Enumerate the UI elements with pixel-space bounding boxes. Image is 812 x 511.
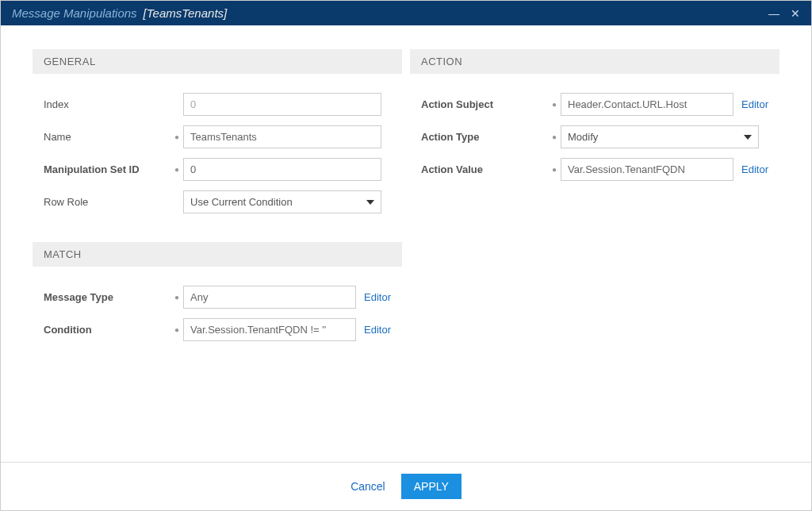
label-action-value: Action Value xyxy=(421,163,548,175)
row-condition: Condition ● Editor xyxy=(33,313,402,346)
bullet-icon: ● xyxy=(548,165,561,174)
editor-link-message-type[interactable]: Editor xyxy=(364,291,391,303)
bullet-icon: ● xyxy=(170,133,183,141)
select-row-role[interactable]: Use Current Condition xyxy=(183,190,381,213)
editor-link-action-value[interactable]: Editor xyxy=(741,163,768,175)
titlebar-actions: — ✕ xyxy=(768,7,800,20)
input-index[interactable] xyxy=(183,93,381,116)
row-action-type: Action Type ● Modify xyxy=(410,121,779,153)
left-column: GENERAL Index Name ● Manipulation Set ID… xyxy=(33,49,402,454)
close-icon[interactable]: ✕ xyxy=(791,7,800,20)
row-action-value: Action Value ● Editor xyxy=(410,153,779,186)
dialog-title: Message Manipulations xyxy=(12,6,137,20)
label-action-subject: Action Subject xyxy=(421,98,548,110)
bullet-icon: ● xyxy=(170,293,183,302)
dialog-content: GENERAL Index Name ● Manipulation Set ID… xyxy=(1,25,811,462)
apply-button[interactable]: APPLY xyxy=(401,474,462,499)
row-message-type: Message Type ● Editor xyxy=(33,281,402,313)
label-message-type: Message Type xyxy=(44,291,170,303)
label-action-type: Action Type xyxy=(421,131,548,143)
bullet-icon: ● xyxy=(548,100,561,109)
control-action-value: Editor xyxy=(561,158,768,181)
label-index: Index xyxy=(44,98,170,110)
label-name: Name xyxy=(44,131,170,143)
titlebar: Message Manipulations [TeamsTenants] — ✕ xyxy=(1,1,811,25)
row-manip-set-id: Manipulation Set ID ● xyxy=(33,153,402,186)
section-header-match: MATCH xyxy=(33,242,402,267)
input-manip-set-id[interactable] xyxy=(183,158,381,181)
row-index: Index xyxy=(33,88,402,121)
minimize-icon[interactable]: — xyxy=(768,7,779,20)
label-row-role: Row Role xyxy=(44,196,170,208)
control-index xyxy=(183,93,391,116)
cancel-button[interactable]: Cancel xyxy=(350,480,385,493)
editor-link-action-subject[interactable]: Editor xyxy=(741,98,768,110)
dialog-context: [TeamsTenants] xyxy=(144,6,228,20)
titlebar-title-group: Message Manipulations [TeamsTenants] xyxy=(12,6,227,20)
control-message-type: Editor xyxy=(183,286,391,309)
label-manip-set-id: Manipulation Set ID xyxy=(44,163,170,175)
label-condition: Condition xyxy=(44,324,170,336)
right-column: ACTION Action Subject ● Editor Action Ty… xyxy=(410,49,779,454)
section-header-action: ACTION xyxy=(410,49,779,74)
row-name: Name ● xyxy=(33,121,402,153)
section-header-general: GENERAL xyxy=(33,49,402,74)
input-action-value[interactable] xyxy=(561,158,733,181)
dialog-footer: Cancel APPLY xyxy=(1,462,811,510)
control-manip-set-id xyxy=(183,158,391,181)
control-row-role: Use Current Condition xyxy=(183,190,391,213)
row-action-subject: Action Subject ● Editor xyxy=(410,88,779,121)
control-name xyxy=(183,125,391,148)
control-condition: Editor xyxy=(183,318,391,341)
bullet-icon: ● xyxy=(548,133,561,141)
dialog: Message Manipulations [TeamsTenants] — ✕… xyxy=(0,0,812,511)
bullet-icon: ● xyxy=(170,165,183,174)
row-row-role: Row Role Use Current Condition xyxy=(33,186,402,218)
input-action-subject[interactable] xyxy=(561,93,733,116)
input-message-type[interactable] xyxy=(183,286,356,309)
input-name[interactable] xyxy=(183,125,381,148)
input-condition[interactable] xyxy=(183,318,356,341)
select-action-type[interactable]: Modify xyxy=(561,125,759,148)
control-action-subject: Editor xyxy=(561,93,768,116)
editor-link-condition[interactable]: Editor xyxy=(364,324,391,336)
control-action-type: Modify xyxy=(561,125,768,148)
bullet-icon: ● xyxy=(170,325,183,334)
